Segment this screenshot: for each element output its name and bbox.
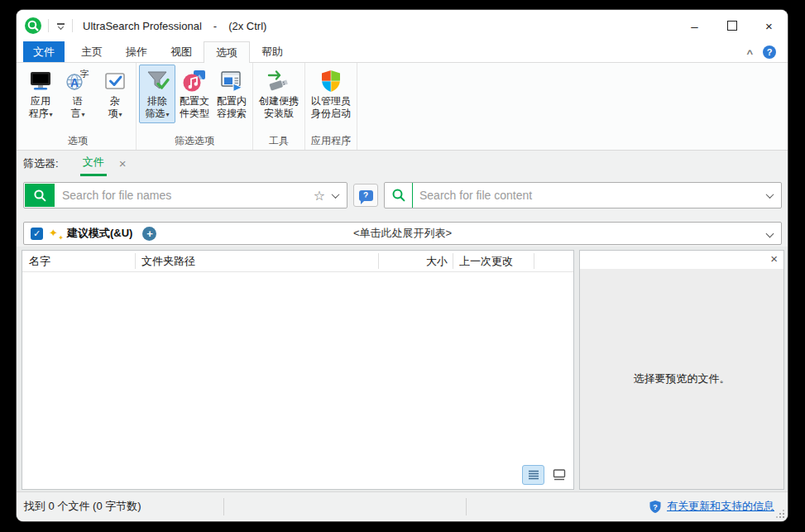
content-search-icon [218, 68, 245, 94]
tab-actions[interactable]: 操作 [114, 41, 159, 62]
search-icon [391, 188, 406, 203]
statusbar-divider [466, 498, 467, 515]
column-header-name[interactable]: 名字 [29, 251, 50, 271]
filter-bar-label: 筛选器: [23, 156, 59, 171]
column-resizer[interactable] [534, 253, 534, 269]
exclude-filter-button[interactable]: 排除筛选▾ [139, 65, 175, 123]
chevron-down-icon[interactable] [766, 190, 774, 199]
minimize-button[interactable]: – [676, 10, 713, 41]
chevron-down-icon[interactable] [332, 190, 340, 199]
suggestion-mode-combobox[interactable]: ✓ ✦✦ 建议模式(&U) + <单击此处展开列表> [23, 222, 782, 245]
ribbon-group-application: 以管理员身份启动 应用程序 [305, 63, 357, 150]
chevron-down-icon[interactable] [766, 229, 774, 237]
titlebar-divider [48, 19, 49, 32]
misc-options-button[interactable]: 杂项▾ [97, 65, 133, 123]
star-icon[interactable]: ☆ [314, 188, 325, 204]
maximize-icon [727, 21, 737, 31]
ribbon-group-filter-options: 排除筛选▾ 配置文件类型 [137, 63, 253, 150]
resize-grip[interactable] [776, 510, 784, 518]
svg-text:?: ? [653, 502, 658, 510]
results-count: 找到 0 个文件 (0 字节数) [24, 492, 141, 520]
suggestion-mode-checkbox[interactable]: ✓ [31, 228, 43, 240]
add-icon[interactable]: + [142, 227, 156, 241]
ribbon-group-label: 应用程序 [308, 134, 354, 150]
preview-body: 选择要预览的文件。 [580, 269, 783, 489]
tab-help[interactable]: 帮助 [250, 41, 295, 62]
ribbon: 应用程序▾ A 字 语言▾ [17, 63, 788, 151]
maximize-button[interactable] [713, 10, 750, 41]
column-resizer[interactable] [453, 253, 453, 269]
help-icon[interactable]: ? [763, 46, 776, 59]
filter-bar: 筛选器: 文件 × [17, 151, 788, 176]
svg-text:字: 字 [80, 69, 89, 79]
minimize-icon: – [691, 19, 697, 33]
ribbon-group-label: 筛选选项 [139, 134, 250, 150]
search-icon [33, 189, 47, 203]
monitor-icon [27, 68, 54, 94]
tab-home[interactable]: 主页 [69, 41, 114, 62]
sparkles-icon: ✦✦ [49, 226, 64, 241]
ribbon-tab-bar: 文件 主页 操作 视图 选项 帮助 ^ ? [17, 41, 788, 63]
window-controls: – × [676, 10, 788, 41]
ribbon-group-tools: 创建便携安装版 工具 [253, 63, 305, 150]
uac-shield-icon [318, 68, 344, 94]
file-content-searchbox [384, 182, 782, 208]
application-button[interactable]: 应用程序▾ [22, 65, 59, 123]
status-bar: 找到 0 个文件 (0 字节数) ? 有关更新和支持的信息 [17, 491, 788, 521]
tab-file[interactable]: 文件 [23, 41, 65, 62]
column-header-size[interactable]: 大小 [378, 251, 448, 271]
update-support-link[interactable]: 有关更新和支持的信息 [667, 499, 774, 514]
preview-close-icon[interactable]: × [770, 252, 778, 266]
search-area: 筛选器: 文件 × ☆ ? [17, 151, 788, 247]
suggestion-mode-label: 建议模式(&U) [67, 226, 132, 241]
column-header-last-change[interactable]: 上一次更改 [459, 251, 513, 271]
results-list-panel: 名字 文件夹路径 大小 上一次更改 [22, 250, 574, 490]
expand-list-hint: <单击此处展开列表> [24, 226, 781, 241]
svg-text:A: A [70, 76, 79, 89]
configure-content-search-button[interactable]: 配置内容搜索 [213, 65, 250, 122]
file-name-search-input[interactable] [55, 189, 314, 202]
tab-options[interactable]: 选项 [204, 41, 250, 63]
statusbar-divider [223, 498, 224, 515]
close-button[interactable]: × [750, 10, 788, 41]
collapse-ribbon-icon[interactable]: ^ [746, 47, 753, 60]
main-area: 名字 文件夹路径 大小 上一次更改 [17, 247, 788, 491]
music-note-icon [181, 68, 208, 94]
preview-message: 选择要预览的文件。 [634, 371, 731, 386]
details-view-icon [552, 468, 567, 482]
ribbon-group-options: 应用程序▾ A 字 语言▾ [20, 63, 137, 150]
filter-tab-files[interactable]: 文件 [80, 151, 107, 176]
search-help-button[interactable]: ? [353, 184, 378, 207]
dropdown-arrow-icon: ▾ [49, 111, 52, 118]
title-suffix: (2x Ctrl) [228, 20, 266, 32]
title-bar: UltraSearch Professional-(2x Ctrl) – × [17, 10, 788, 41]
titlebar-divider [72, 19, 73, 32]
file-name-searchbox: ☆ [23, 182, 347, 208]
close-icon: × [765, 19, 773, 33]
run-as-admin-button[interactable]: 以管理员身份启动 [308, 65, 354, 122]
configure-file-types-button[interactable]: 配置文件类型 [176, 65, 213, 122]
dropdown-arrow-icon: ▾ [118, 111, 122, 118]
tab-view[interactable]: 视图 [159, 41, 204, 62]
create-portable-button[interactable]: 创建便携安装版 [256, 65, 302, 122]
app-window: UltraSearch Professional-(2x Ctrl) – × 文… [17, 10, 788, 521]
view-toggle-group [522, 465, 570, 485]
language-icon: A 字 [65, 68, 91, 94]
column-header-folder-path[interactable]: 文件夹路径 [141, 251, 195, 271]
language-button[interactable]: A 字 语言▾ [60, 65, 96, 123]
filter-close-icon[interactable]: × [119, 156, 127, 170]
list-view-button[interactable] [522, 465, 544, 485]
column-resizer[interactable] [135, 253, 136, 269]
preview-panel: × 选择要预览的文件。 [579, 250, 784, 490]
file-content-search-input[interactable] [413, 189, 767, 202]
ribbon-group-label: 工具 [256, 134, 302, 150]
ribbon-group-label: 选项 [22, 134, 133, 150]
dropdown-arrow-icon: ▾ [165, 111, 169, 118]
list-view-icon [527, 469, 540, 481]
quick-access-dropdown-icon[interactable] [55, 23, 65, 29]
usb-icon [266, 68, 292, 94]
info-shield-icon: ? [649, 500, 662, 514]
search-button[interactable] [25, 184, 55, 207]
preview-view-button[interactable] [548, 465, 570, 485]
app-icon[interactable] [25, 17, 41, 34]
